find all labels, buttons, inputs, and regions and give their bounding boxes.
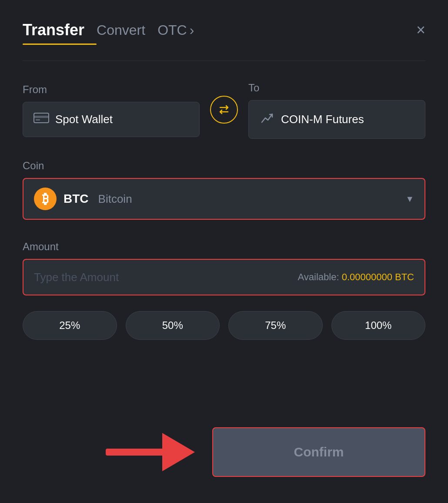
- available-value: 0.00000000 BTC: [342, 272, 414, 283]
- header-tabs: Transfer Convert OTC › ×: [23, 21, 425, 39]
- tab-transfer[interactable]: Transfer: [23, 21, 84, 39]
- arrow-shaft: [106, 449, 162, 456]
- header-divider: [23, 60, 425, 61]
- chevron-down-icon: ▼: [405, 194, 414, 204]
- swap-wrapper: [210, 96, 238, 125]
- coin-selector[interactable]: ₿ BTC Bitcoin ▼: [23, 178, 425, 220]
- coin-symbol: BTC: [64, 192, 89, 206]
- amount-placeholder: Type the Amount: [34, 271, 298, 284]
- available-label: Available:: [298, 272, 342, 283]
- percentage-row: 25% 50% 75% 100%: [23, 311, 425, 340]
- from-to-row: From Spot Wallet: [23, 82, 425, 139]
- btc-icon: ₿: [34, 188, 57, 210]
- coin-full-name: Bitcoin: [98, 192, 132, 206]
- tab-convert[interactable]: Convert: [97, 22, 145, 38]
- to-wallet-name: COIN-M Futures: [281, 113, 364, 126]
- transfer-modal: Transfer Convert OTC › × From: [0, 0, 448, 503]
- from-wallet-select[interactable]: Spot Wallet: [23, 102, 200, 137]
- swap-button[interactable]: [210, 96, 238, 124]
- arrow-head: [162, 433, 195, 471]
- amount-field[interactable]: Type the Amount Available: 0.00000000 BT…: [23, 259, 425, 295]
- from-label: From: [23, 84, 200, 96]
- to-label: To: [248, 82, 425, 94]
- futures-icon: [259, 110, 275, 129]
- credit-card-icon: [33, 112, 49, 127]
- close-button[interactable]: ×: [416, 22, 425, 38]
- pct-25-button[interactable]: 25%: [23, 311, 117, 340]
- to-col: To COIN-M Futures: [248, 82, 425, 139]
- arrow-icon: [106, 433, 195, 471]
- svg-rect-2: [36, 119, 40, 121]
- from-wallet-name: Spot Wallet: [55, 113, 113, 126]
- amount-label: Amount: [23, 241, 425, 253]
- to-wallet-select[interactable]: COIN-M Futures: [248, 100, 425, 139]
- pct-100-button[interactable]: 100%: [331, 311, 426, 340]
- active-tab-underline: [23, 44, 97, 45]
- tab-otc[interactable]: OTC ›: [157, 22, 194, 38]
- from-col: From Spot Wallet: [23, 84, 200, 137]
- coin-label: Coin: [23, 160, 425, 172]
- pct-50-button[interactable]: 50%: [126, 311, 220, 340]
- arrow-wrapper: [23, 433, 212, 471]
- svg-rect-1: [34, 116, 49, 118]
- bottom-area: Confirm: [23, 427, 425, 477]
- pct-75-button[interactable]: 75%: [228, 311, 323, 340]
- confirm-button[interactable]: Confirm: [212, 427, 425, 477]
